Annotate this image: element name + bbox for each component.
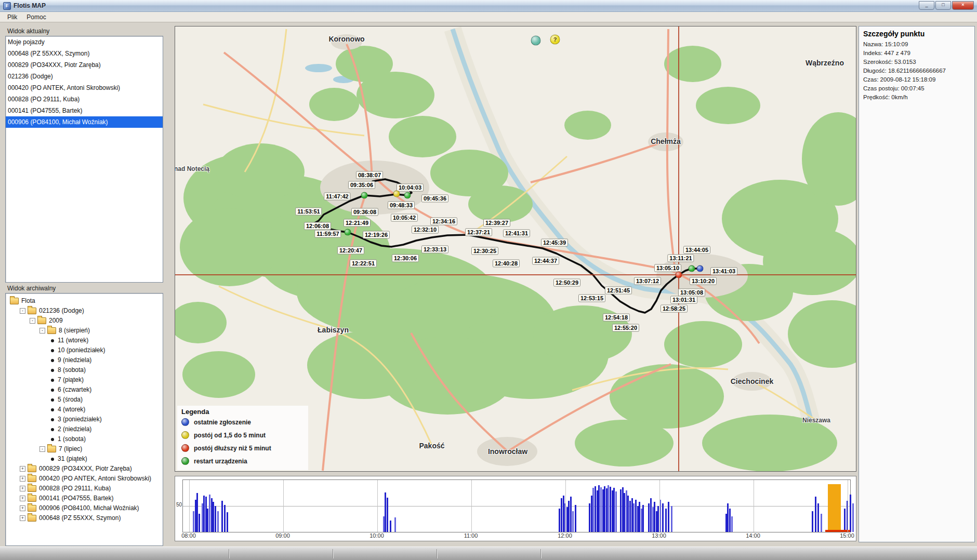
close-button[interactable]: × — [952, 1, 974, 10]
list-item[interactable]: 000141 (PO47555, Bartek) — [6, 105, 163, 116]
speed-bar — [635, 500, 637, 532]
day-bullet-icon — [51, 398, 54, 402]
tree-row[interactable]: +000828 (PO 29111, Kuba) — [6, 484, 163, 494]
chart-plot-area[interactable] — [182, 479, 851, 532]
menu-pomoc[interactable]: Pomoc — [22, 12, 50, 22]
blue-marker-icon[interactable] — [697, 265, 704, 272]
speed-bar — [665, 509, 667, 532]
tree-row[interactable]: +000648 (PZ 55XXX, Szymon) — [6, 513, 163, 523]
day-bullet-icon — [51, 408, 54, 411]
speed-bar — [202, 503, 203, 532]
expand-box-icon[interactable]: - — [20, 308, 25, 314]
tree-row[interactable]: +000420 (PO ANTEK, Antoni Skrobowski) — [6, 474, 163, 484]
green-marker-icon[interactable] — [404, 192, 411, 199]
red-marker-icon[interactable] — [676, 272, 682, 278]
tree-row[interactable]: -8 (sierpień) — [6, 326, 163, 336]
green-marker-icon[interactable] — [345, 229, 351, 236]
yellow-marker-icon[interactable] — [393, 191, 400, 197]
time-label: 12:30:25 — [471, 247, 498, 255]
list-item[interactable]: 000420 (PO ANTEK, Antoni Skrobowski) — [6, 82, 163, 94]
list-item[interactable]: 000648 (PZ 55XXX, Szymon) — [6, 48, 163, 59]
map-view[interactable]: KoronowoWąbrzeźnoChełmżaŁabiszynPakośćIn… — [175, 26, 856, 472]
speed-bar — [821, 514, 822, 532]
tree-row[interactable]: 3 (poniedziałek) — [6, 415, 163, 424]
speed-bar — [196, 493, 198, 532]
town-label: Inowrocław — [488, 447, 527, 456]
tree-row[interactable]: +000141 (PO47555, Bartek) — [6, 494, 163, 503]
tree-row[interactable]: 9 (niedziela) — [6, 355, 163, 365]
speed-bar — [595, 486, 596, 532]
tree-row[interactable]: 5 (środa) — [6, 395, 163, 405]
menu-plik[interactable]: Plik — [3, 12, 21, 22]
teal-marker-icon[interactable] — [531, 36, 541, 46]
minimize-button[interactable]: _ — [919, 1, 934, 10]
time-label: 13:05:08 — [678, 289, 705, 297]
tree-row[interactable]: 7 (piątek) — [6, 375, 163, 385]
expand-box-icon[interactable]: - — [39, 328, 45, 334]
folder-icon — [28, 495, 36, 502]
tree-row[interactable]: +000829 (PO34XXX, Piotr Zaręba) — [6, 464, 163, 474]
expand-box-icon[interactable]: + — [20, 476, 25, 482]
tree-label: 31 (piątek) — [58, 454, 87, 464]
speed-bar — [385, 492, 386, 532]
tree-row[interactable]: 11 (wtorek) — [6, 336, 163, 345]
tree-label: 000828 (PO 29111, Kuba) — [39, 484, 111, 494]
speed-bar — [211, 498, 213, 532]
expand-box-icon[interactable]: + — [20, 486, 25, 491]
legend-item: ostatnie zgłoszenie — [181, 416, 304, 429]
archive-tree[interactable]: Flota-021236 (Dodge)-2009-8 (sierpień)11… — [5, 293, 163, 546]
tree-label: 3 (poniedziałek) — [58, 415, 102, 424]
question-yellow-marker-icon[interactable]: ? — [550, 35, 560, 45]
tree-label: 11 (wtorek) — [58, 336, 88, 345]
time-label: 12:51:45 — [605, 287, 632, 295]
maximize-button[interactable]: □ — [935, 1, 951, 10]
taskbar[interactable] — [0, 546, 977, 560]
list-item[interactable]: 021236 (Dodge) — [6, 71, 163, 82]
tree-label: 021236 (Dodge) — [39, 306, 84, 316]
day-bullet-icon — [51, 389, 54, 392]
tree-row[interactable]: 4 (wtorek) — [6, 405, 163, 415]
expand-box-icon[interactable]: + — [20, 466, 25, 472]
y-axis-tick: 50 — [176, 502, 182, 508]
time-label: 13:11:21 — [667, 255, 694, 262]
list-item[interactable]: Moje pojazdy — [6, 36, 163, 48]
expand-box-icon[interactable]: - — [30, 318, 35, 324]
list-item[interactable]: 000829 (PO34XXX, Piotr Zaręba) — [6, 59, 163, 71]
speed-bar — [598, 485, 600, 532]
legend-item: postój dłuższy niż 5 minut — [181, 442, 304, 455]
speed-bar — [610, 487, 611, 532]
time-label: 09:35:06 — [348, 181, 375, 189]
lake — [305, 64, 332, 72]
green-marker-icon[interactable] — [361, 192, 368, 199]
list-item[interactable]: 000828 (PO 29111, Kuba) — [6, 94, 163, 105]
legend-dot-icon — [181, 457, 189, 465]
tree-row[interactable]: +000906 (PO84100, Michał Woźniak) — [6, 503, 163, 513]
tree-row[interactable]: 31 (piątek) — [6, 454, 163, 464]
hour-gridline — [377, 480, 378, 532]
tree-row[interactable]: -021236 (Dodge) — [6, 306, 163, 316]
expand-box-icon[interactable]: - — [39, 446, 45, 452]
tree-row[interactable]: 8 (sobota) — [6, 365, 163, 375]
speed-bar — [613, 488, 615, 532]
vehicle-list[interactable]: Moje pojazdy000648 (PZ 55XXX, Szymon)000… — [5, 36, 163, 283]
tree-row[interactable]: 10 (poniedziałek) — [6, 345, 163, 355]
speed-bar — [597, 490, 598, 532]
tree-row[interactable]: -2009 — [6, 316, 163, 326]
tree-row[interactable]: Flota — [6, 296, 163, 306]
list-item[interactable]: 000906 (PO84100, Michał Woźniak) — [6, 116, 163, 128]
speed-bar — [604, 486, 605, 532]
time-label: 12:41:31 — [503, 230, 530, 237]
time-label: 12:45:39 — [541, 239, 568, 247]
folder-icon — [28, 505, 36, 512]
expand-box-icon[interactable]: + — [20, 515, 25, 521]
folder-icon — [37, 317, 46, 324]
expand-box-icon[interactable]: + — [20, 496, 25, 501]
tree-row[interactable]: 6 (czwartek) — [6, 385, 163, 395]
tree-row[interactable]: 1 (sobota) — [6, 434, 163, 444]
speed-bar — [606, 488, 608, 532]
title-bar[interactable]: F Flotis MAP _ □ × — [0, 0, 977, 12]
tree-row[interactable]: 2 (niedziela) — [6, 424, 163, 434]
expand-box-icon[interactable]: + — [20, 505, 25, 511]
green-marker-icon[interactable] — [689, 265, 695, 272]
tree-row[interactable]: -7 (lipiec) — [6, 444, 163, 454]
